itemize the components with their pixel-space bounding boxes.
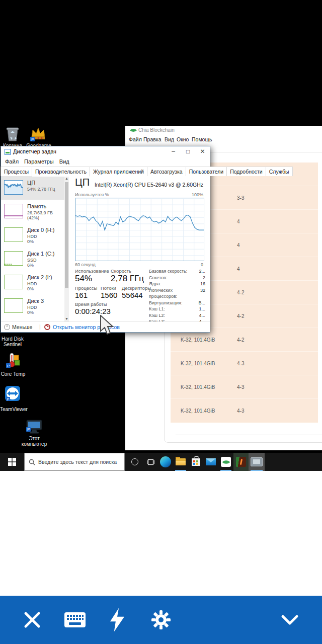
plot-row[interactable]: K-32, 101.4GiB4-3 [171,352,318,375]
tab-startup[interactable]: Автозагрузка [147,167,186,176]
scroll-down-arrow[interactable]: ▼ [64,316,69,321]
usage-stat-label: Использование [75,268,109,274]
coretemp-taskbar-icon [236,457,246,467]
app-window-icon [251,457,263,466]
tab-services[interactable]: Службы [266,167,293,176]
sidebar-item-cpu[interactable]: ЦП 54% 2,78 ГГц [1,176,64,200]
settings-button[interactable] [143,596,179,644]
coretemp-label: Core Temp [0,371,26,377]
svg-text:P: P [27,427,30,432]
sidebar-item-disk1[interactable]: Диск 1 (C:) SSD6% [1,247,64,271]
scrollbar-thumb[interactable] [65,182,68,288]
sidebar-item-disk2[interactable]: Диск 2 (I:) HDD0% [1,271,64,294]
sidebar-item-disk3[interactable]: Диск 3 HDD0% [1,294,64,318]
fewer-details-button[interactable]: Меньше [12,324,32,330]
chia-titlebar[interactable]: Chia Blockchain [125,126,322,135]
plot-row[interactable]: K-32, 101.4GiB4-3 [171,375,318,399]
chevron-down-icon [280,614,300,626]
scroll-up-arrow[interactable]: ▲ [64,176,69,181]
hide-toolbar-button[interactable] [272,596,308,644]
tm-titlebar[interactable]: Диспетчер задач – □ ✕ [1,146,210,157]
tab-details[interactable]: Подробности [226,167,266,176]
tab-users[interactable]: Пользователи [186,167,227,176]
remote-app-taskbar-button[interactable] [249,453,265,471]
edge-taskbar-button[interactable] [158,453,173,471]
detail-row: Виртуализация:В... [149,300,205,306]
chia-menu-edit[interactable]: Правка [143,136,161,142]
disk-mini-graph [4,251,23,266]
coretemp-shortcut-icon[interactable]: P [4,352,21,369]
keyboard-button[interactable] [57,596,93,644]
processes-stat-value: 161 [75,291,88,299]
start-button[interactable] [0,453,24,471]
chia-menu-help[interactable]: Помощь [192,136,212,142]
handles-stat-label: Дескрипторы [122,285,151,291]
teamviewer-shortcut-icon[interactable]: P [4,385,21,402]
search-placeholder: Введите здесь текст для поиска [38,459,117,465]
taskbar-search-box[interactable]: Введите здесь текст для поиска [24,453,125,471]
threads-stat-label: Потоки [101,285,116,291]
threads-stat-value: 1560 [101,291,117,299]
chia-leaf-icon [222,458,230,466]
footer-divider: | [39,324,41,330]
cpu-device-name: Intel(R) Xeon(R) CPU E5-2640 v3 @ 2.60GH… [95,182,203,188]
actions-button[interactable] [99,596,135,644]
close-session-button[interactable] [14,596,50,644]
task-view-button[interactable] [143,453,158,471]
file-explorer-icon [176,458,186,465]
cortana-icon [131,458,138,465]
chia-menu-window[interactable]: Окно [177,136,189,142]
cpu-usage-chart[interactable] [75,198,204,261]
tab-performance[interactable]: Производительность [32,167,90,177]
detail-row: Логических процессоров:32 [149,287,205,300]
goodgame-shortcut-icon[interactable]: P [29,126,47,142]
detail-row: Кэш L1:1... [149,306,205,312]
recycle-bin-glyph [4,126,21,142]
tm-menu-view[interactable]: Вид [59,157,69,165]
minimize-button[interactable]: – [166,146,181,157]
tm-window-title: Диспетчер задач [13,148,56,154]
uptime-stat-value: 0:00:24:23 [75,307,111,315]
chart-ymax-label: 100% [192,192,203,197]
chia-leaf-icon [130,127,137,134]
chia-taskbar-button[interactable] [218,453,233,471]
chart-ylabel: Используется % [75,192,109,197]
detail-row: Ядра:16 [149,281,205,287]
cpu-usage-line [75,198,204,261]
sidebar-scrollbar[interactable]: ▲ ▼ [64,176,69,321]
sidebar-item-disk0[interactable]: Диск 0 (H:) HDD0% [1,223,64,247]
processes-stat-label: Процессы [75,285,97,291]
tab-processes[interactable]: Процессы [1,167,32,176]
chia-menu-view[interactable]: Вид [165,136,174,142]
disk-mini-graph [4,275,23,289]
maximize-button[interactable]: □ [181,146,195,157]
thispc-icon[interactable]: P [25,419,43,434]
plot-row[interactable]: K-32, 101.4GiB4-3 [171,399,318,423]
cortana-button[interactable] [127,453,143,471]
sidebar-item-disk4[interactable]: Диск 4 (K:) HDD0% [1,318,64,321]
usage-stat-value: 54% [75,274,92,284]
disk-mini-graph [4,298,23,313]
search-icon [29,459,35,465]
remote-desktop-screen[interactable]: Корзина P Goodgame Hard Disk Sentinel [0,0,322,471]
tm-menu-file[interactable]: Файл [5,157,19,165]
task-manager-window[interactable]: Диспетчер задач – □ ✕ Файл Параметры Вид… [1,146,210,333]
windows-taskbar: Введите здесь текст для поиска [0,453,322,471]
mail-taskbar-button[interactable] [203,453,218,471]
store-taskbar-button[interactable] [188,453,203,471]
recycle-bin-icon[interactable] [4,126,21,142]
computer-monitor-icon: P [25,419,43,434]
coretemp-taskbar-button[interactable] [233,453,249,471]
resource-monitor-icon [44,324,50,330]
memory-mini-graph [4,204,23,218]
file-explorer-taskbar-button[interactable] [173,453,188,471]
chia-menu-file[interactable]: Файл [129,136,142,142]
close-button[interactable]: ✕ [195,146,210,157]
tm-performance-sidebar: ЦП 54% 2,78 ГГц Память 26,7/63,9 ГБ (42%… [1,176,64,321]
task-manager-app-icon [5,149,11,155]
tm-menu-options[interactable]: Параметры [24,157,54,165]
detail-row: Сокетов:2 [149,275,205,281]
task-view-icon [147,459,154,465]
tab-app-history[interactable]: Журнал приложений [90,167,147,176]
sidebar-item-memory[interactable]: Память 26,7/63,9 ГБ (42%) [1,200,64,223]
